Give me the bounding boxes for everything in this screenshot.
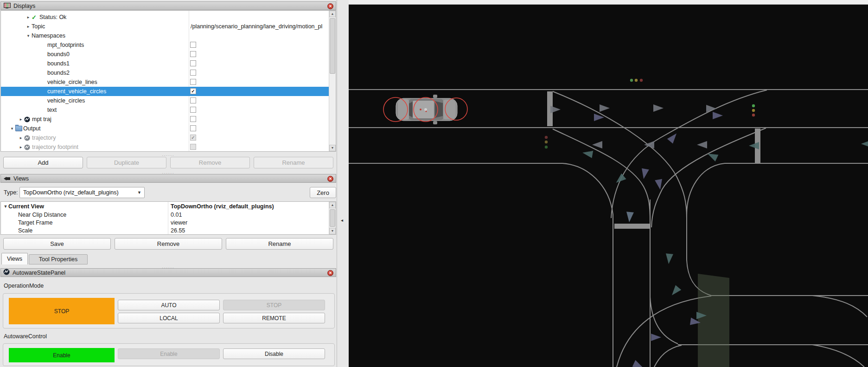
duplicate-button[interactable]: Duplicate [87,157,166,168]
chevron-expanded-icon[interactable]: ▾ [25,33,32,38]
remote-button[interactable]: REMOTE [223,313,325,323]
chevron-collapsed-icon[interactable]: ▸ [18,145,24,149]
disable-button[interactable]: Disable [223,348,325,359]
visibility-checkbox[interactable] [190,97,196,103]
tree-row-output[interactable]: ▾Output [1,124,329,133]
lane-arrow [749,142,759,149]
remove-button[interactable]: Remove [170,157,250,168]
visibility-checkbox[interactable] [190,125,196,131]
tree-row-trajectory-footprint[interactable]: ▸trajectory footprint [1,142,329,152]
tree-row-mpt-traj[interactable]: ▸mpt traj [1,115,329,124]
splitter-handle[interactable]: ...... [0,171,337,174]
scroll-down-icon[interactable]: ▼ [329,145,336,151]
chevron-collapsed-icon[interactable]: ▸ [25,15,32,19]
save-button[interactable]: Save [3,238,111,250]
tree-row-value[interactable]: /planning/scenario_planning/lane_driving… [191,22,322,31]
panel-collapse-handle[interactable]: ◂ [341,218,343,223]
property-name: Scale [18,227,32,234]
3d-viewport[interactable] [349,0,868,367]
visibility-checkbox[interactable] [190,70,196,76]
displays-scrollbar[interactable]: ▲ ▼ [329,11,336,151]
enable-button[interactable]: Enable [118,348,220,359]
chevron-collapsed-icon[interactable]: ▸ [18,117,24,122]
lane-arrow [713,112,723,119]
chevron-collapsed-icon[interactable]: ▸ [18,135,24,140]
tree-row-text[interactable]: text [1,105,329,115]
stop-button[interactable]: STOP [223,300,325,310]
auto-button[interactable]: AUTO [118,300,220,310]
tab-views[interactable]: Views [1,253,28,264]
chevron-expanded-icon[interactable]: ▾ [9,126,15,131]
autoware-panel-titlebar[interactable]: AutowareStatePanel ✕ [0,268,336,277]
visibility-checkbox[interactable] [190,144,196,150]
visibility-checkbox[interactable] [190,51,196,57]
tree-row-label: mpt traj [32,116,51,122]
close-icon[interactable]: ✕ [327,270,333,276]
tree-row-bounds1[interactable]: bounds1 [1,59,329,68]
traffic-light-dot [630,79,633,82]
tab-tool-properties[interactable]: Tool Properties [29,254,88,264]
tree-row-namespaces[interactable]: ▾Namespaces [1,31,329,40]
tree-row-vehicle-circle-lines[interactable]: vehicle_circle_lines [1,77,329,87]
zero-button[interactable]: Zero [310,187,336,198]
tree-row-status-ok[interactable]: ▸✓Status: Ok [1,13,329,22]
lane-arrow [625,212,634,222]
visibility-checkbox[interactable] [190,79,196,85]
lane-arrow [600,104,610,112]
building-footprint [698,274,729,367]
scroll-up-icon[interactable]: ▲ [329,202,336,208]
displays-icon [4,3,11,9]
visibility-checkbox[interactable] [190,116,196,122]
property-row-target-frame[interactable]: Target Frameviewer [1,219,336,226]
property-row-scale[interactable]: Scale26.55 [1,226,336,234]
tree-row-bounds0[interactable]: bounds0 [1,50,329,59]
tree-row-trajectory[interactable]: ▸trajectory✓ [1,133,329,142]
tree-row-mpt-footprints[interactable]: mpt_footprints [1,40,329,50]
add-button[interactable]: Add [3,157,83,168]
visibility-checkbox[interactable]: ✓ [190,135,196,141]
scrollbar-thumb[interactable] [330,18,335,74]
rename-button[interactable]: Rename [226,238,333,250]
tree-row-current-vehicle-circles[interactable]: current_vehicle_circles✓ [1,87,329,96]
property-value[interactable]: 26.55 [171,227,185,234]
lane-arrow [640,168,649,180]
tree-row-topic[interactable]: ▸Topic/planning/scenario_planning/lane_d… [1,22,329,31]
operation-mode-group: STOP AUTOSTOPLOCALREMOTE [3,293,335,328]
scrollbar-thumb[interactable] [330,209,335,227]
property-value[interactable]: viewer [171,219,187,226]
tree-row-vehicle-circles[interactable]: vehicle_circles [1,96,329,105]
autoware-icon [3,269,10,277]
tree-row-label: bounds2 [47,70,70,76]
rename-button[interactable]: Rename [254,157,333,168]
close-icon[interactable]: ✕ [327,3,333,9]
visibility-checkbox[interactable] [190,42,196,48]
chevron-collapsed-icon[interactable]: ▸ [25,24,32,29]
displays-tree[interactable]: ▸✓Status: Ok▸Topic/planning/scenario_pla… [0,10,336,152]
tree-row-label: Status: Ok [39,14,66,20]
tree-row-label: trajectory [32,135,56,141]
chevron-expanded-icon[interactable]: ▼ [3,204,8,209]
splitter-handle[interactable]: ...... [0,153,337,156]
remove-button[interactable]: Remove [115,238,222,250]
displays-panel-titlebar[interactable]: Displays ✕ [0,1,336,10]
tree-row-bounds2[interactable]: bounds2 [1,68,329,77]
current-view-properties[interactable]: ▼ Current View TopDownOrtho (rviz_defaul… [0,201,336,235]
visibility-checkbox[interactable] [190,107,196,113]
views-button-row: SaveRemoveRename [0,238,337,250]
views-panel-titlebar[interactable]: Views ✕ [0,174,336,183]
current-view-header[interactable]: ▼ Current View TopDownOrtho (rviz_defaul… [1,202,336,211]
scroll-down-icon[interactable]: ▼ [329,228,336,234]
properties-scrollbar[interactable]: ▲ ▼ [329,202,336,234]
local-button[interactable]: LOCAL [118,313,220,323]
property-value[interactable]: 0.01 [171,212,182,218]
visibility-checkbox[interactable] [190,60,196,66]
property-row-near-clip-distance[interactable]: Near Clip Distance0.01 [1,211,336,219]
lane-arrow [651,334,661,341]
scroll-up-icon[interactable]: ▲ [329,11,336,17]
visibility-checkbox[interactable]: ✓ [190,88,196,94]
viewport-canvas[interactable] [349,0,868,367]
autoware-icon [24,135,32,141]
view-type-dropdown[interactable]: TopDownOrtho (rviz_default_plugins) ▼ [19,187,145,198]
rviz-window: Displays ✕ ▸✓Status: Ok▸Topic/planning/s… [0,0,868,367]
close-icon[interactable]: ✕ [327,176,333,182]
